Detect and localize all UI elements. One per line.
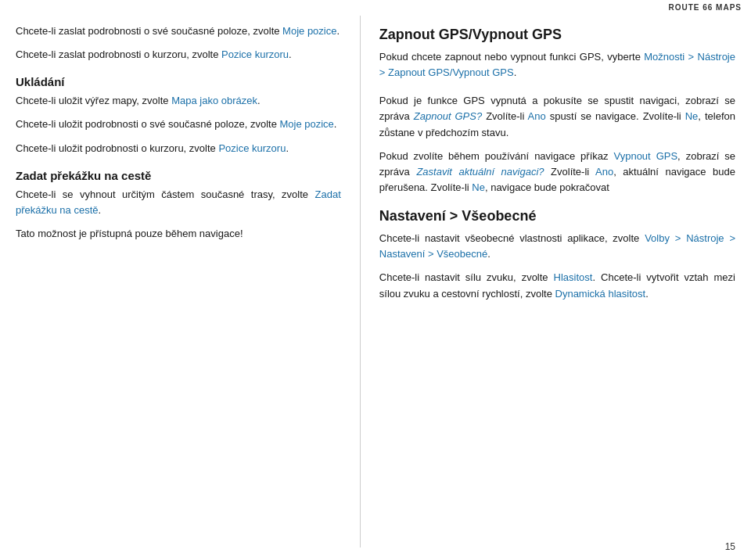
link-mapa-jako-obrazek[interactable]: Mapa jako obrázek <box>171 95 257 106</box>
link-moje-pozice-2[interactable]: Moje pozice <box>279 118 333 130</box>
link-hlasitost[interactable]: Hlasitost <box>554 271 593 283</box>
heading-gps-toggle: Zapnout GPS/Vypnout GPS <box>379 27 735 43</box>
para-save-location: Chcete-li uložit podrobnosti o své souča… <box>16 117 341 132</box>
link-ne-1[interactable]: Ne <box>685 110 699 122</box>
para-nastaveni-desc: Chcete-li nastavit všeobecné vlastnosti … <box>379 231 735 262</box>
section-gps-behavior: Pokud je funkce GPS vypnutá a pokusíte s… <box>379 93 735 196</box>
link-pozice-kurzoru-2[interactable]: Pozice kurzoru <box>218 142 286 154</box>
section-intro: Chcete-li zaslat podrobnosti o své souča… <box>16 23 341 63</box>
link-ano-1[interactable]: Ano <box>528 110 546 122</box>
section-ukladani: Ukládání Chcete-li uložit výřez mapy, zv… <box>16 75 341 156</box>
page-number: 15 <box>725 541 735 552</box>
para-gps-off-nav: Pokud je funkce GPS vypnutá a pokusíte s… <box>379 93 735 140</box>
para-gps-off-during-nav: Pokud zvolíte během používání navigace p… <box>379 149 735 196</box>
para-nastaveni-sound: Chcete-li nastavit sílu zvuku, zvolte Hl… <box>379 270 735 301</box>
para-cursor-send: Chcete-li zaslat podrobnosti o kurzoru, … <box>16 47 341 63</box>
section-prekazka: Zadat překážku na cestě Chcete-li se vyh… <box>16 169 341 242</box>
para-prekazka-note: Tato možnost je přístupná pouze během na… <box>16 226 341 242</box>
left-column: Chcete-li zaslat podrobnosti o své souča… <box>0 16 361 547</box>
para-prekazka-desc: Chcete-li se vyhnout určitým částem souč… <box>16 187 341 218</box>
link-ano-2[interactable]: Ano <box>595 166 613 178</box>
para-location-send: Chcete-li zaslat podrobnosti o své souča… <box>16 23 341 39</box>
heading-nastaveni: Nastavení > Všeobecné <box>379 208 735 224</box>
page-brand: Route 66 Maps <box>668 3 742 12</box>
right-column: Zapnout GPS/Vypnout GPS Pokud chcete zap… <box>361 16 751 547</box>
link-pozice-kurzoru-1[interactable]: Pozice kurzoru <box>221 48 289 60</box>
section-gps-toggle: Zapnout GPS/Vypnout GPS Pokud chcete zap… <box>379 27 735 81</box>
para-save-cursor: Chcete-li uložit podrobnosti o kurzoru, … <box>16 141 341 156</box>
italic-zapnout-gps: Zapnout GPS? <box>414 110 482 122</box>
para-gps-toggle-desc: Pokud chcete zapnout nebo vypnout funkci… <box>379 49 735 81</box>
link-ne-2[interactable]: Ne <box>472 181 485 193</box>
heading-prekazka: Zadat překážku na cestě <box>16 169 341 182</box>
link-dynamicka-hlasitost[interactable]: Dynamická hlasitost <box>555 288 646 300</box>
italic-zastavit-navigaci: Zastavit aktuální navigaci? <box>416 166 544 178</box>
section-nastaveni: Nastavení > Všeobecné Chcete-li nastavit… <box>379 208 735 302</box>
link-vypnout-gps[interactable]: Vypnout GPS <box>613 150 677 162</box>
heading-ukladani: Ukládání <box>16 75 341 88</box>
link-moje-pozice-1[interactable]: Moje pozice <box>282 25 336 37</box>
para-save-map: Chcete-li uložit výřez mapy, zvolte Mapa… <box>16 93 341 109</box>
